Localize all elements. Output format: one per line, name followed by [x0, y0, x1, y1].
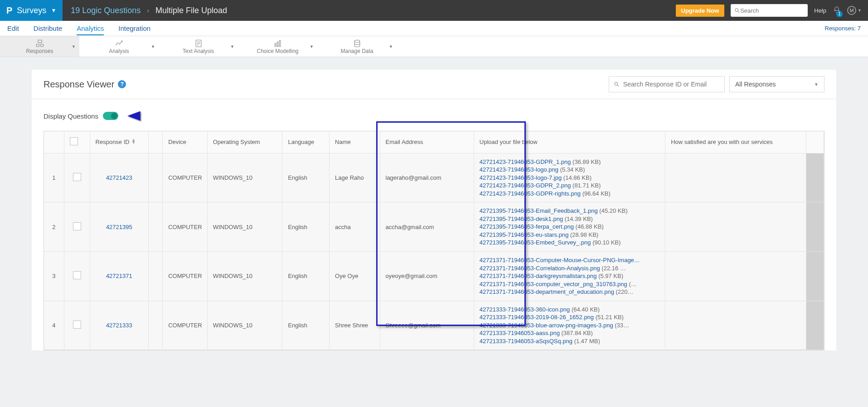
- notifications-button[interactable]: 1: [833, 6, 841, 15]
- response-table-wrap: Response ID▲▼ Device Operating System La…: [44, 131, 824, 350]
- vertical-scrollbar[interactable]: [806, 251, 824, 301]
- cell-satisfaction: [665, 153, 806, 202]
- page-title: Response Viewer: [44, 79, 114, 90]
- file-link[interactable]: 42721371-71946053-Correlation-Analysis.p…: [480, 264, 659, 273]
- chevron-down-icon: ▼: [389, 44, 393, 49]
- cell-name: accha: [330, 202, 380, 252]
- file-link[interactable]: 42721371-71946053-Computer-Mouse-Cursor-…: [480, 256, 659, 264]
- response-id-link[interactable]: 42721371: [96, 273, 143, 279]
- file-link[interactable]: 42721371-71946053-department_of_educatio…: [480, 288, 659, 296]
- annotation-arrow: [127, 110, 213, 122]
- help-icon[interactable]: ?: [118, 80, 126, 88]
- toolbar-text-analysis[interactable]: Text Analysis ▼: [159, 36, 238, 57]
- display-questions-toggle[interactable]: [103, 112, 118, 120]
- responses-icon: [34, 39, 45, 48]
- cell-language: English: [282, 301, 330, 350]
- col-os[interactable]: Operating System: [207, 131, 282, 153]
- row-checkbox[interactable]: [73, 321, 81, 329]
- tab-distribute[interactable]: Distribute: [34, 24, 62, 32]
- response-search-input[interactable]: [623, 81, 720, 88]
- table-row: 442721333COMPUTERWINDOWS_10EnglishShree …: [44, 301, 824, 350]
- file-link[interactable]: 42721395-71946053-ferpa_cert.png (46.88 …: [480, 223, 659, 231]
- brand-label: Surveys: [17, 6, 46, 15]
- select-all-checkbox[interactable]: [70, 137, 78, 145]
- row-number: 3: [44, 251, 64, 301]
- file-link[interactable]: 42721395-71946053-Email_Feedback_1.png (…: [480, 207, 659, 215]
- response-id-link[interactable]: 42721395: [96, 224, 143, 230]
- file-link[interactable]: 42721395-71946053-Embed_Survey_.png (90.…: [480, 239, 659, 247]
- vertical-scrollbar[interactable]: [806, 301, 824, 350]
- tab-analytics[interactable]: Analytics: [77, 24, 104, 35]
- chevron-down-icon: ▼: [151, 44, 155, 49]
- file-link[interactable]: 42721333-71946053-aSqsQSq.png (1.47 MB): [480, 337, 659, 345]
- choice-modelling-icon: [272, 39, 283, 48]
- cell-language: English: [282, 153, 330, 202]
- file-link[interactable]: 42721371-71946053-computer_vector_png_31…: [480, 280, 659, 288]
- cell-language: English: [282, 202, 330, 252]
- file-link[interactable]: 42721423-71946053-logo.png (5.34 KB): [480, 166, 659, 174]
- chevron-down-icon: ▼: [72, 44, 76, 49]
- vertical-scrollbar[interactable]: [806, 202, 824, 252]
- display-questions-label: Display Questions: [44, 112, 98, 120]
- col-upload[interactable]: Upload your file below: [474, 131, 665, 153]
- cell-satisfaction: [665, 251, 806, 301]
- sort-icon: ▲▼: [131, 139, 136, 144]
- response-search[interactable]: [609, 76, 725, 92]
- search-icon: [614, 81, 620, 87]
- account-menu[interactable]: M ▼: [847, 6, 862, 15]
- col-response-id[interactable]: Response ID▲▼: [90, 131, 149, 153]
- caret-down-icon: ▼: [51, 7, 56, 14]
- toolbar-choice-modelling[interactable]: Choice Modelling ▼: [238, 36, 317, 57]
- cell-os: WINDOWS_10: [207, 251, 282, 301]
- topbar: P Surveys ▼ 19 Logic Questions › Multipl…: [0, 0, 868, 21]
- analysis-icon: [114, 39, 125, 48]
- cell-name: Shree Shree: [330, 301, 380, 350]
- svg-point-11: [615, 82, 617, 85]
- file-link[interactable]: 42721423-71946053-GDPR-rights.png (96.64…: [480, 190, 659, 198]
- cell-upload: 42721395-71946053-Email_Feedback_1.png (…: [474, 202, 665, 252]
- toolbar-responses[interactable]: Responses ▼: [0, 36, 79, 57]
- response-id-link[interactable]: 42721423: [96, 174, 143, 181]
- response-filter-select[interactable]: All Responses ▼: [729, 76, 824, 92]
- col-language[interactable]: Language: [282, 131, 330, 153]
- file-link[interactable]: 42721395-71946053-eu-stars.png (28.98 KB…: [480, 231, 659, 239]
- cell-name: Oye Oye: [330, 251, 380, 301]
- file-link[interactable]: 42721333-71946053-blue-arrow-png-images-…: [480, 321, 659, 330]
- col-satisfaction[interactable]: How satisfied are you with our services: [665, 131, 806, 153]
- toolbar-manage-data[interactable]: Manage Data ▼: [317, 36, 397, 57]
- file-link[interactable]: 42721333-71946053-aass.png (387.84 KB): [480, 329, 659, 337]
- breadcrumb-survey[interactable]: 19 Logic Questions: [71, 6, 141, 15]
- col-row-num: [44, 131, 64, 153]
- upgrade-button[interactable]: Upgrade Now: [676, 5, 725, 17]
- vertical-scrollbar[interactable]: [806, 153, 824, 202]
- file-link[interactable]: 42721423-71946053-GDPR_1.png (36.89 KB): [480, 158, 659, 166]
- chevron-down-icon: ▼: [230, 44, 234, 49]
- surveys-dropdown[interactable]: P Surveys ▼: [0, 0, 63, 21]
- global-search-input[interactable]: [740, 7, 804, 14]
- file-link[interactable]: 42721423-71946053-GDPR_2.png (81.71 KB): [480, 182, 659, 190]
- tab-edit[interactable]: Edit: [7, 24, 19, 32]
- file-link[interactable]: 42721395-71946053-desk1.png (14.39 KB): [480, 215, 659, 223]
- file-link[interactable]: 42721333-71946053-2019-08-26_1652.png (5…: [480, 313, 659, 321]
- col-device[interactable]: Device: [163, 131, 207, 153]
- cell-upload: 42721333-71946053-360-icon.png (64.40 KB…: [474, 301, 665, 350]
- global-search[interactable]: [731, 4, 808, 17]
- response-id-link[interactable]: 42721333: [96, 322, 143, 329]
- file-link[interactable]: 42721423-71946053-logo-7.jpg (14.86 KB): [480, 174, 659, 182]
- cell-email: accha@gmail.com: [380, 202, 474, 252]
- row-checkbox[interactable]: [73, 173, 81, 181]
- notification-badge: 1: [836, 11, 843, 17]
- row-checkbox[interactable]: [73, 271, 81, 279]
- row-number: 4: [44, 301, 64, 350]
- file-link[interactable]: 42721333-71946053-360-icon.png (64.40 KB…: [480, 306, 659, 314]
- row-checkbox[interactable]: [73, 222, 81, 230]
- help-link[interactable]: Help: [814, 7, 826, 14]
- cell-language: English: [282, 251, 330, 301]
- col-name[interactable]: Name: [330, 131, 380, 153]
- col-email[interactable]: Email Address: [380, 131, 474, 153]
- toolbar-analysis[interactable]: Analysis ▼: [79, 36, 159, 57]
- col-select-all: [64, 131, 90, 153]
- tab-integration[interactable]: Integration: [118, 24, 150, 32]
- file-link[interactable]: 42721371-71946053-darkgreysmallstars.png…: [480, 272, 659, 280]
- vertical-scrollbar[interactable]: [806, 131, 824, 153]
